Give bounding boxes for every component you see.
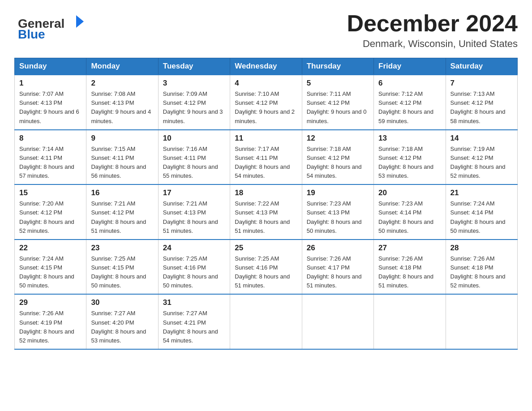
sunset-label: Sunset: 4:14 PM	[378, 209, 421, 216]
logo: General Blue	[14, 11, 86, 42]
table-row: 28 Sunrise: 7:26 AM Sunset: 4:18 PM Dayl…	[446, 240, 517, 295]
sunset-label: Sunset: 4:14 PM	[450, 209, 493, 216]
sunrise-label: Sunrise: 7:26 AM	[307, 255, 351, 262]
sunrise-label: Sunrise: 7:24 AM	[19, 255, 64, 262]
sunset-label: Sunset: 4:13 PM	[307, 209, 350, 216]
table-row: 10 Sunrise: 7:16 AM Sunset: 4:11 PM Dayl…	[158, 130, 230, 185]
table-row	[446, 294, 517, 349]
daylight-label: Daylight: 9 hours and 3 minutes.	[163, 108, 223, 124]
day-info: Sunrise: 7:26 AM Sunset: 4:18 PM Dayligh…	[378, 254, 441, 291]
sunrise-label: Sunrise: 7:14 AM	[19, 146, 64, 152]
daylight-label: Daylight: 8 hours and 55 minutes.	[163, 163, 218, 179]
sunset-label: Sunset: 4:13 PM	[19, 99, 62, 106]
sunset-label: Sunset: 4:15 PM	[19, 264, 62, 271]
day-info: Sunrise: 7:24 AM Sunset: 4:14 PM Dayligh…	[450, 199, 513, 235]
daylight-label: Daylight: 8 hours and 58 minutes.	[450, 108, 506, 124]
sunrise-label: Sunrise: 7:10 AM	[235, 90, 279, 97]
table-row: 9 Sunrise: 7:15 AM Sunset: 4:11 PM Dayli…	[86, 130, 158, 185]
table-row: 17 Sunrise: 7:21 AM Sunset: 4:13 PM Dayl…	[158, 184, 230, 240]
header-monday: Monday	[86, 58, 158, 75]
sunset-label: Sunset: 4:12 PM	[307, 99, 350, 106]
sunset-label: Sunset: 4:17 PM	[307, 264, 350, 271]
day-number: 5	[307, 79, 369, 88]
sunrise-label: Sunrise: 7:15 AM	[91, 146, 135, 152]
sunset-label: Sunset: 4:12 PM	[450, 154, 493, 161]
daylight-label: Daylight: 9 hours and 2 minutes.	[235, 108, 295, 124]
calendar-week-row: 29 Sunrise: 7:26 AM Sunset: 4:19 PM Dayl…	[15, 294, 518, 349]
table-row: 29 Sunrise: 7:26 AM Sunset: 4:19 PM Dayl…	[15, 294, 86, 349]
calendar-week-row: 15 Sunrise: 7:20 AM Sunset: 4:12 PM Dayl…	[15, 184, 518, 240]
table-row: 30 Sunrise: 7:27 AM Sunset: 4:20 PM Dayl…	[86, 294, 158, 349]
day-info: Sunrise: 7:20 AM Sunset: 4:12 PM Dayligh…	[19, 199, 82, 235]
table-row: 25 Sunrise: 7:25 AM Sunset: 4:16 PM Dayl…	[230, 240, 302, 295]
page-header: General Blue December 2024 Denmark, Wisc…	[14, 11, 518, 50]
sunrise-label: Sunrise: 7:20 AM	[19, 200, 64, 207]
table-row: 27 Sunrise: 7:26 AM Sunset: 4:18 PM Dayl…	[374, 240, 446, 295]
sunset-label: Sunset: 4:12 PM	[378, 154, 421, 161]
day-info: Sunrise: 7:27 AM Sunset: 4:20 PM Dayligh…	[91, 309, 153, 345]
table-row: 13 Sunrise: 7:18 AM Sunset: 4:12 PM Dayl…	[374, 130, 446, 185]
weekday-header-row: Sunday Monday Tuesday Wednesday Thursday…	[15, 58, 518, 75]
table-row: 23 Sunrise: 7:25 AM Sunset: 4:15 PM Dayl…	[86, 240, 158, 295]
day-info: Sunrise: 7:12 AM Sunset: 4:12 PM Dayligh…	[378, 90, 441, 126]
daylight-label: Daylight: 9 hours and 4 minutes.	[91, 108, 151, 124]
day-info: Sunrise: 7:26 AM Sunset: 4:17 PM Dayligh…	[307, 254, 369, 291]
logo-svg: General Blue	[14, 11, 86, 42]
sunrise-label: Sunrise: 7:21 AM	[91, 200, 135, 207]
daylight-label: Daylight: 9 hours and 0 minutes.	[307, 108, 367, 124]
sunrise-label: Sunrise: 7:25 AM	[235, 255, 279, 262]
location: Denmark, Wisconsin, United States	[347, 38, 518, 50]
day-number: 6	[378, 79, 441, 88]
day-number: 2	[91, 79, 153, 88]
table-row	[302, 294, 373, 349]
daylight-label: Daylight: 8 hours and 51 minutes.	[307, 273, 362, 289]
header-friday: Friday	[374, 58, 446, 75]
day-info: Sunrise: 7:13 AM Sunset: 4:12 PM Dayligh…	[450, 90, 513, 126]
table-row: 1 Sunrise: 7:07 AM Sunset: 4:13 PM Dayli…	[15, 75, 86, 130]
sunrise-label: Sunrise: 7:26 AM	[19, 310, 64, 317]
day-number: 19	[307, 188, 369, 197]
day-number: 21	[450, 188, 513, 197]
table-row: 11 Sunrise: 7:17 AM Sunset: 4:11 PM Dayl…	[230, 130, 302, 185]
day-number: 25	[235, 244, 297, 253]
sunset-label: Sunset: 4:16 PM	[235, 264, 278, 271]
daylight-label: Daylight: 8 hours and 54 minutes.	[235, 163, 290, 179]
day-info: Sunrise: 7:16 AM Sunset: 4:11 PM Dayligh…	[163, 145, 225, 181]
day-number: 4	[235, 79, 297, 88]
daylight-label: Daylight: 8 hours and 53 minutes.	[91, 328, 146, 344]
daylight-label: Daylight: 8 hours and 52 minutes.	[450, 273, 506, 289]
day-number: 30	[91, 298, 153, 307]
daylight-label: Daylight: 8 hours and 52 minutes.	[19, 328, 74, 344]
day-number: 7	[450, 79, 513, 88]
day-number: 11	[235, 134, 297, 143]
header-sunday: Sunday	[15, 58, 86, 75]
day-number: 1	[19, 79, 82, 88]
day-info: Sunrise: 7:14 AM Sunset: 4:11 PM Dayligh…	[19, 145, 82, 181]
calendar-week-row: 1 Sunrise: 7:07 AM Sunset: 4:13 PM Dayli…	[15, 75, 518, 130]
sunrise-label: Sunrise: 7:22 AM	[235, 200, 279, 207]
day-number: 15	[19, 188, 82, 197]
header-tuesday: Tuesday	[158, 58, 230, 75]
sunrise-label: Sunrise: 7:12 AM	[378, 90, 423, 97]
day-number: 14	[450, 134, 513, 143]
svg-text:Blue: Blue	[18, 27, 45, 41]
sunrise-label: Sunrise: 7:19 AM	[450, 146, 495, 152]
daylight-label: Daylight: 8 hours and 51 minutes.	[378, 273, 433, 289]
sunset-label: Sunset: 4:12 PM	[19, 209, 62, 216]
day-info: Sunrise: 7:22 AM Sunset: 4:13 PM Dayligh…	[235, 199, 297, 235]
sunrise-label: Sunrise: 7:27 AM	[91, 310, 135, 317]
daylight-label: Daylight: 8 hours and 51 minutes.	[235, 218, 290, 234]
day-number: 3	[163, 79, 225, 88]
table-row: 21 Sunrise: 7:24 AM Sunset: 4:14 PM Dayl…	[446, 184, 517, 240]
day-number: 26	[307, 244, 369, 253]
day-number: 18	[235, 188, 297, 197]
daylight-label: Daylight: 8 hours and 54 minutes.	[307, 163, 362, 179]
day-number: 20	[378, 188, 441, 197]
day-number: 12	[307, 134, 369, 143]
daylight-label: Daylight: 8 hours and 51 minutes.	[91, 218, 146, 234]
sunrise-label: Sunrise: 7:21 AM	[163, 200, 207, 207]
day-info: Sunrise: 7:10 AM Sunset: 4:12 PM Dayligh…	[235, 90, 297, 126]
daylight-label: Daylight: 8 hours and 50 minutes.	[163, 273, 218, 289]
day-info: Sunrise: 7:26 AM Sunset: 4:19 PM Dayligh…	[19, 309, 82, 345]
header-saturday: Saturday	[446, 58, 517, 75]
